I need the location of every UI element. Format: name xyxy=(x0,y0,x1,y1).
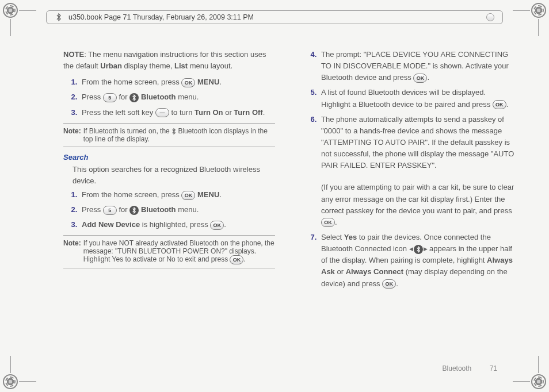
crop-mark-bl xyxy=(3,358,35,389)
softkey-icon xyxy=(155,108,169,117)
step-4: The prompt: "PLACE DEVICE YOU ARE CONNEC… xyxy=(319,49,514,83)
header-ornament-icon xyxy=(486,13,494,21)
page-footer: Bluetooth 71 xyxy=(443,364,497,372)
bluetooth-icon xyxy=(171,127,178,135)
ok-key-icon: OK xyxy=(413,74,427,83)
ok-key-icon: OK xyxy=(493,100,506,109)
crop-mark-tl xyxy=(3,3,35,34)
search-description: This option searches for a recognized Bl… xyxy=(73,164,275,187)
ok-key-icon: OK xyxy=(321,218,335,227)
bluetooth-connected-icon: ◀▶ xyxy=(409,245,428,254)
footer-section: Bluetooth xyxy=(443,364,472,372)
step-1: From the home screen, press OK MENU. xyxy=(79,76,275,88)
bluetooth-icon xyxy=(129,206,139,215)
steps-group-3: The prompt: "PLACE DEVICE YOU ARE CONNEC… xyxy=(303,49,514,290)
ok-key-icon: OK xyxy=(181,191,195,200)
ok-key-icon: OK xyxy=(230,255,243,264)
bluetooth-icon xyxy=(129,93,139,102)
steps-group-1: From the home screen, press OK MENU. Pre… xyxy=(63,76,275,118)
note-activate-bluetooth: Note: If you have NOT already activated … xyxy=(63,235,275,268)
bluetooth-icon xyxy=(55,13,63,21)
ok-key-icon: OK xyxy=(181,78,195,87)
intro-note: NOTE: The menu navigation instructions f… xyxy=(63,49,275,72)
step-3: Press the left soft key to turn Turn On … xyxy=(79,107,275,118)
search-step-3: Add New Device is highlighted, press OK. xyxy=(79,219,275,230)
note-bluetooth-on: Note: If Bluetooth is turned on, the Blu… xyxy=(63,123,275,147)
page-body: NOTE: The menu navigation instructions f… xyxy=(63,49,514,360)
steps-group-2: From the home screen, press OK MENU. Pre… xyxy=(63,189,275,230)
ok-key-icon: OK xyxy=(210,221,224,230)
search-step-2: Press 5 for Bluetooth menu. xyxy=(79,204,275,216)
five-key-icon: 5 xyxy=(103,93,117,102)
header-text: u350.book Page 71 Thursday, February 26,… xyxy=(68,13,254,21)
crop-mark-tr xyxy=(514,3,546,34)
five-key-icon: 5 xyxy=(103,206,117,215)
section-search-heading: Search xyxy=(63,153,275,162)
ok-key-icon: OK xyxy=(382,279,396,289)
search-step-1: From the home screen, press OK MENU. xyxy=(79,189,275,201)
crop-mark-br xyxy=(514,358,546,389)
step-7: Select Yes to pair the devices. Once con… xyxy=(319,232,514,290)
footer-page-number: 71 xyxy=(490,364,497,372)
step-6: The phone automatically attempts to send… xyxy=(319,114,514,228)
step-2: Press 5 for Bluetooth menu. xyxy=(79,91,275,103)
page-header-frame: u350.book Page 71 Thursday, February 26,… xyxy=(46,10,503,24)
step-5: A list of found Bluetooth devices will b… xyxy=(319,87,514,110)
